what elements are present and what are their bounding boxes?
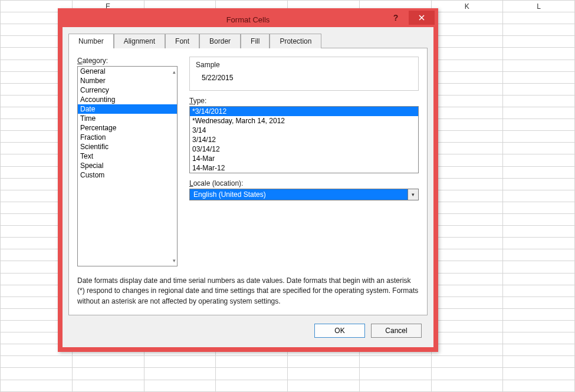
cell[interactable] — [359, 368, 431, 380]
cell[interactable] — [503, 60, 575, 71]
locale-dropdown[interactable]: English (United States) ▾ — [189, 189, 419, 200]
tab-alignment[interactable]: Alignment — [114, 34, 165, 48]
cell[interactable] — [431, 380, 503, 392]
cell[interactable] — [431, 332, 503, 344]
cell[interactable] — [503, 24, 575, 36]
cell[interactable] — [144, 380, 216, 392]
cell[interactable] — [503, 36, 575, 48]
tab-protection[interactable]: Protection — [270, 34, 321, 48]
cell[interactable] — [503, 344, 575, 356]
cell[interactable] — [1, 356, 73, 368]
category-item[interactable]: Currency — [78, 85, 177, 95]
category-item[interactable]: Custom — [78, 170, 177, 180]
cell[interactable] — [288, 356, 360, 368]
cell[interactable] — [144, 368, 216, 380]
category-listbox[interactable]: ▴ ▾ GeneralNumberCurrencyAccountingDateT… — [77, 66, 178, 266]
cell[interactable] — [503, 380, 575, 392]
cell[interactable] — [431, 344, 503, 356]
cell[interactable] — [503, 48, 575, 60]
category-item[interactable]: Date — [78, 104, 177, 114]
cell[interactable] — [503, 154, 575, 166]
cell[interactable] — [503, 190, 575, 202]
cell[interactable] — [431, 131, 503, 143]
cell[interactable] — [431, 368, 503, 380]
cell[interactable] — [431, 83, 503, 95]
category-item[interactable]: Text — [78, 151, 177, 161]
cell[interactable] — [359, 356, 431, 368]
cell[interactable] — [431, 320, 503, 332]
cell[interactable] — [431, 202, 503, 213]
cell[interactable] — [503, 308, 575, 320]
cell[interactable] — [431, 143, 503, 154]
tab-number[interactable]: Number — [68, 34, 114, 48]
category-item[interactable]: Special — [78, 161, 177, 170]
cell[interactable] — [431, 119, 503, 131]
cell[interactable] — [216, 356, 288, 368]
cell[interactable] — [431, 60, 503, 71]
type-item[interactable]: 3/14/12 — [190, 135, 418, 144]
cell[interactable] — [503, 285, 575, 297]
category-item[interactable]: Time — [78, 114, 177, 123]
cell[interactable] — [431, 95, 503, 107]
cell[interactable] — [72, 356, 144, 368]
cell[interactable] — [431, 166, 503, 178]
tab-border[interactable]: Border — [199, 34, 241, 48]
category-item[interactable]: Number — [78, 76, 177, 85]
cell[interactable] — [503, 202, 575, 213]
cell[interactable] — [503, 131, 575, 143]
cell[interactable] — [503, 12, 575, 24]
tab-font[interactable]: Font — [165, 34, 199, 48]
cell[interactable] — [1, 380, 73, 392]
category-item[interactable]: Fraction — [78, 133, 177, 142]
cell[interactable] — [503, 166, 575, 178]
cell[interactable] — [503, 71, 575, 83]
cell[interactable] — [288, 368, 360, 380]
cell[interactable] — [503, 107, 575, 118]
category-item[interactable]: Scientific — [78, 142, 177, 151]
cell[interactable] — [503, 119, 575, 131]
cell[interactable] — [503, 368, 575, 380]
cell[interactable] — [431, 190, 503, 202]
cell[interactable] — [503, 238, 575, 249]
cancel-button[interactable]: Cancel — [371, 324, 422, 338]
cell[interactable] — [431, 213, 503, 225]
column-header[interactable]: K — [431, 1, 503, 12]
cell[interactable] — [503, 332, 575, 344]
cell[interactable] — [503, 249, 575, 261]
type-item[interactable]: 03/14/12 — [190, 144, 418, 154]
cell[interactable] — [503, 320, 575, 332]
cell[interactable] — [503, 83, 575, 95]
cell[interactable] — [431, 24, 503, 36]
cell[interactable] — [503, 356, 575, 368]
cell[interactable] — [431, 308, 503, 320]
cell[interactable] — [431, 36, 503, 48]
column-header[interactable]: L — [503, 1, 575, 12]
cell[interactable] — [503, 143, 575, 154]
cell[interactable] — [431, 249, 503, 261]
help-button[interactable]: ? — [383, 11, 409, 25]
cell[interactable] — [431, 356, 503, 368]
cell[interactable] — [431, 285, 503, 297]
category-item[interactable]: Percentage — [78, 123, 177, 133]
cell[interactable] — [359, 380, 431, 392]
cell[interactable] — [431, 71, 503, 83]
cell[interactable] — [216, 368, 288, 380]
cell[interactable] — [431, 238, 503, 249]
cell[interactable] — [216, 380, 288, 392]
type-listbox[interactable]: *3/14/2012*Wednesday, March 14, 20123/14… — [189, 106, 419, 173]
cell[interactable] — [503, 213, 575, 225]
cell[interactable] — [503, 95, 575, 107]
cell[interactable] — [288, 380, 360, 392]
cell[interactable] — [431, 178, 503, 190]
cell[interactable] — [431, 12, 503, 24]
cell[interactable] — [72, 380, 144, 392]
chevron-down-icon[interactable]: ▾ — [408, 189, 419, 200]
type-item[interactable]: 14-Mar-12 — [190, 163, 418, 173]
type-item[interactable]: 3/14 — [190, 126, 418, 135]
cell[interactable] — [431, 48, 503, 60]
cell[interactable] — [503, 261, 575, 273]
type-item[interactable]: *3/14/2012 — [190, 107, 418, 116]
ok-button[interactable]: OK — [314, 324, 365, 338]
cell[interactable] — [431, 261, 503, 273]
cell[interactable] — [431, 154, 503, 166]
